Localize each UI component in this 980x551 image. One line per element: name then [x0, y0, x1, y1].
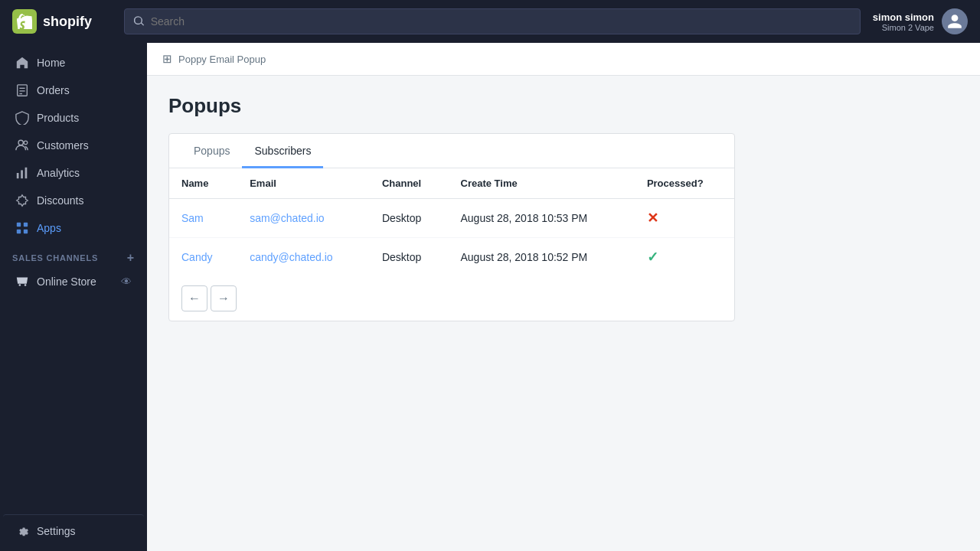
- cell-create-time: August 28, 2018 10:53 PM: [449, 199, 635, 238]
- online-store-label: Online Store: [37, 276, 96, 288]
- col-create-time: Create Time: [449, 168, 635, 199]
- sidebar-item-orders[interactable]: Orders: [3, 77, 144, 104]
- cell-email[interactable]: candy@chated.io: [237, 238, 370, 277]
- user-info: simon simon Simon 2 Vape: [873, 11, 934, 32]
- breadcrumb: ⊞ Poppy Email Popup: [147, 43, 980, 76]
- prev-page-button[interactable]: ←: [181, 285, 207, 311]
- avatar[interactable]: [942, 8, 968, 34]
- sidebar-section-sales-channels: SALES CHANNELS +: [0, 242, 147, 268]
- logo[interactable]: shopify: [12, 9, 112, 34]
- cell-name[interactable]: Candy: [169, 238, 237, 277]
- sidebar-item-analytics[interactable]: Analytics: [3, 159, 144, 187]
- online-store-icon: [15, 275, 29, 289]
- sidebar-item-apps[interactable]: Apps: [3, 214, 144, 242]
- home-icon: [15, 56, 29, 70]
- table-row: Candycandy@chated.ioDesktopAugust 28, 20…: [169, 238, 734, 277]
- svg-rect-10: [24, 223, 28, 227]
- add-sales-channel-icon[interactable]: +: [127, 251, 135, 265]
- sidebar-item-products[interactable]: Products: [3, 104, 144, 132]
- pagination: ← →: [169, 276, 734, 321]
- content-area: ⊞ Poppy Email Popup Popups Popups Subscr…: [147, 43, 980, 551]
- col-email: Email: [237, 168, 370, 199]
- sidebar-label-settings: Settings: [37, 525, 76, 537]
- cell-channel: Desktop: [370, 238, 449, 277]
- user-store: Simon 2 Vape: [873, 23, 934, 32]
- breadcrumb-icon: ⊞: [162, 52, 172, 66]
- orders-icon: [15, 83, 29, 97]
- svg-rect-6: [17, 173, 19, 178]
- logo-text: shopify: [43, 14, 92, 30]
- main-layout: Home Orders Products Customers Analytics: [0, 43, 980, 551]
- topbar: shopify simon simon Simon 2 Vape: [0, 0, 980, 43]
- search-bar[interactable]: [124, 8, 861, 34]
- cell-email[interactable]: sam@chated.io: [237, 199, 370, 238]
- page-body: Popups Popups Subscribers Name Email Ch: [147, 76, 980, 340]
- sidebar-item-customers[interactable]: Customers: [3, 132, 144, 159]
- apps-icon: [15, 221, 29, 235]
- svg-rect-9: [17, 223, 21, 227]
- cell-create-time: August 28, 2018 10:52 PM: [449, 238, 635, 277]
- settings-icon: [15, 524, 29, 538]
- analytics-icon: [15, 166, 29, 180]
- col-processed: Processed?: [635, 168, 734, 199]
- table-row: Samsam@chated.ioDesktopAugust 28, 2018 1…: [169, 199, 734, 238]
- products-icon: [15, 111, 29, 125]
- subscribers-table: Name Email Channel Create Time Processed…: [169, 168, 734, 276]
- sidebar-item-settings[interactable]: Settings: [3, 514, 144, 545]
- col-channel: Channel: [370, 168, 449, 199]
- cell-name[interactable]: Sam: [169, 199, 237, 238]
- sidebar-label-customers: Customers: [37, 139, 89, 152]
- tabs: Popups Subscribers: [169, 134, 734, 168]
- svg-rect-11: [17, 230, 21, 233]
- sidebar: Home Orders Products Customers Analytics: [0, 43, 147, 551]
- sidebar-label-analytics: Analytics: [37, 167, 80, 179]
- search-icon: [134, 16, 145, 27]
- discounts-icon: [15, 194, 29, 207]
- sidebar-label-discounts: Discounts: [37, 194, 83, 207]
- check-icon: ✓: [647, 249, 658, 265]
- sidebar-label-apps: Apps: [37, 222, 61, 234]
- tab-popups[interactable]: Popups: [181, 134, 242, 168]
- sidebar-label-products: Products: [37, 112, 79, 124]
- sidebar-label-orders: Orders: [37, 84, 70, 96]
- col-name: Name: [169, 168, 237, 199]
- next-page-button[interactable]: →: [211, 285, 237, 311]
- sidebar-item-online-store[interactable]: Online Store 👁: [3, 268, 144, 295]
- shopify-logo-icon: [12, 9, 37, 34]
- svg-rect-12: [24, 230, 28, 233]
- user-name: simon simon: [873, 11, 934, 23]
- sidebar-item-home[interactable]: Home: [3, 49, 144, 77]
- user-area: simon simon Simon 2 Vape: [873, 8, 968, 34]
- sidebar-label-home: Home: [37, 57, 65, 69]
- svg-point-5: [24, 141, 28, 145]
- page-title: Popups: [168, 94, 959, 118]
- customers-icon: [15, 139, 29, 152]
- cell-processed: ✕: [635, 199, 734, 238]
- main-card: Popups Subscribers Name Email Channel Cr…: [168, 133, 735, 321]
- cell-processed: ✓: [635, 238, 734, 277]
- sales-channels-label: SALES CHANNELS: [12, 253, 98, 262]
- online-store-left: Online Store: [15, 275, 96, 289]
- svg-rect-7: [21, 170, 23, 178]
- cell-channel: Desktop: [370, 199, 449, 238]
- svg-rect-8: [25, 168, 28, 178]
- search-input[interactable]: [151, 15, 851, 28]
- sidebar-item-discounts[interactable]: Discounts: [3, 187, 144, 214]
- cross-icon: ✕: [647, 210, 658, 226]
- svg-point-4: [18, 140, 23, 145]
- tab-subscribers[interactable]: Subscribers: [242, 134, 323, 168]
- online-store-eye-icon[interactable]: 👁: [121, 276, 132, 288]
- breadcrumb-label: Poppy Email Popup: [178, 54, 266, 65]
